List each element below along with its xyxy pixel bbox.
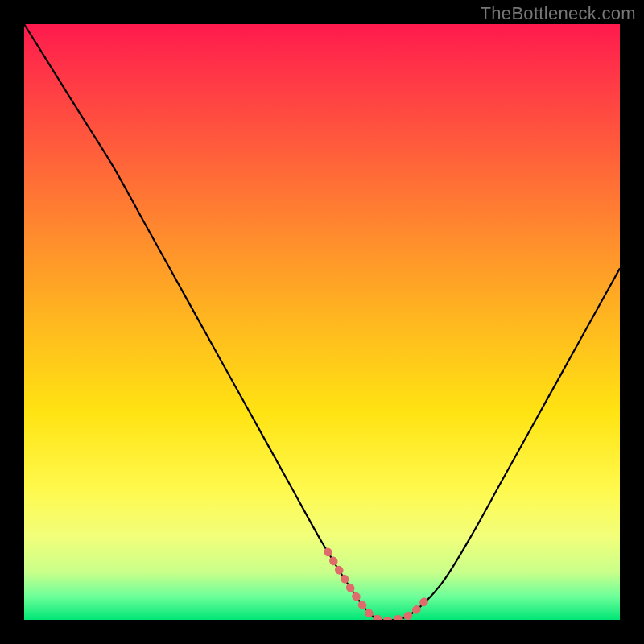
bottleneck-highlight-path bbox=[328, 552, 429, 620]
chart-plot-area bbox=[24, 24, 620, 620]
bottleneck-curve-path bbox=[24, 24, 620, 620]
bottleneck-curve-svg bbox=[24, 24, 620, 620]
watermark-text: TheBottleneck.com bbox=[481, 3, 636, 24]
chart-frame: TheBottleneck.com bbox=[0, 0, 644, 644]
